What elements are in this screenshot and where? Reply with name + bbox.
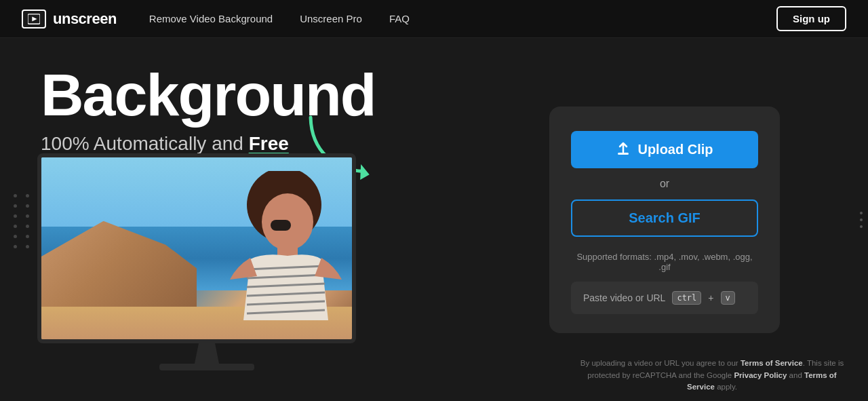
upload-card: Upload Clip or Search GIF Supported form…: [549, 107, 780, 333]
monitor-mockup: [37, 153, 376, 370]
search-gif-button[interactable]: Search GIF: [571, 199, 758, 237]
play-icon: [28, 13, 40, 25]
svg-marker-1: [32, 16, 37, 21]
logo-icon: [22, 9, 46, 28]
upload-icon: [616, 142, 631, 157]
monitor-stand: [186, 343, 227, 364]
v-key: v: [721, 291, 735, 305]
monitor-base: [159, 364, 254, 370]
hero-subtitle: 100% Automatically and Free: [41, 133, 461, 155]
subtitle-highlight: Free: [249, 133, 289, 154]
hero-title: Background: [41, 65, 461, 125]
svg-rect-13: [618, 153, 629, 155]
signup-button[interactable]: Sign up: [776, 6, 846, 31]
or-divider: or: [660, 178, 669, 190]
hero-right: Upload Clip or Search GIF Supported form…: [461, 38, 868, 401]
monitor-image: [41, 157, 352, 339]
nav-faq[interactable]: FAQ: [389, 13, 410, 24]
hero-section: Background 100% Automatically and Free: [0, 38, 868, 401]
disclaimer: By uploading a video or URL you agree to…: [576, 358, 848, 393]
nav-remove-bg[interactable]: Remove Video Background: [149, 13, 273, 24]
navbar: unscreen Remove Video Background Unscree…: [0, 0, 868, 38]
paste-label: Paste video or URL: [583, 292, 665, 303]
disclaimer-text: By uploading a video or URL you agree to…: [580, 359, 844, 391]
hero-left: Background 100% Automatically and Free: [0, 38, 461, 401]
upload-clip-button[interactable]: Upload Clip: [571, 131, 758, 168]
logo-text: unscreen: [53, 10, 117, 28]
supported-formats: Supported formats: .mp4, .mov, .webm, .o…: [571, 252, 758, 272]
nav-pro[interactable]: Unscreen Pro: [300, 13, 362, 24]
right-dots: [860, 212, 863, 228]
ctrl-key: ctrl: [672, 291, 701, 305]
logo[interactable]: unscreen: [22, 9, 117, 28]
paste-bar[interactable]: Paste video or URL ctrl + v: [571, 282, 758, 314]
nav-links: Remove Video Background Unscreen Pro FAQ: [149, 13, 776, 24]
subtitle-prefix: 100% Automatically and: [41, 133, 249, 154]
person-figure: [210, 171, 345, 339]
monitor-screen: [37, 153, 356, 343]
svg-rect-5: [271, 220, 291, 231]
plus-sign: +: [708, 292, 713, 303]
